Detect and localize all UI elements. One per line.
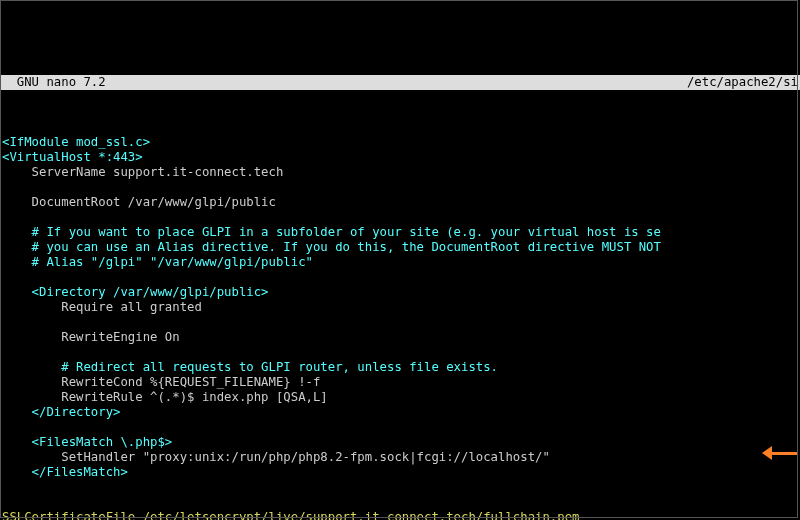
- config-line: SetHandler "proxy:unix:/run/php/php8.2-f…: [2, 450, 550, 464]
- config-line: <IfModule mod_ssl.c>: [2, 135, 150, 149]
- config-line: Require all granted: [2, 300, 202, 314]
- config-line: ServerName support.it-connect.tech: [2, 165, 283, 179]
- comment-line: # you can use an Alias directive. If you…: [2, 240, 661, 254]
- config-line: <VirtualHost *:443>: [2, 150, 143, 164]
- nano-titlebar: GNU nano 7.2 /etc/apache2/si: [0, 75, 800, 90]
- ssl-cert-file-line: SSLCertificateFile /etc/letsencrypt/live…: [2, 510, 579, 520]
- config-line: RewriteEngine On: [2, 330, 180, 344]
- annotation-arrow-icon: [760, 443, 800, 463]
- config-line: </FilesMatch>: [2, 465, 128, 479]
- config-line: DocumentRoot /var/www/glpi/public: [2, 195, 276, 209]
- config-line: <FilesMatch \.php$>: [2, 435, 172, 449]
- config-line: </Directory>: [2, 405, 120, 419]
- comment-line: # Redirect all requests to GLPI router, …: [2, 360, 498, 374]
- config-line: RewriteRule ^(.*)$ index.php [QSA,L]: [2, 390, 328, 404]
- config-line: RewriteCond %{REQUEST_FILENAME} !-f: [2, 375, 320, 389]
- comment-line: # If you want to place GLPI in a subfold…: [2, 225, 661, 239]
- file-path: /etc/apache2/si: [687, 75, 798, 90]
- config-line: <Directory /var/www/glpi/public>: [2, 285, 269, 299]
- editor-name: GNU nano 7.2: [2, 75, 106, 90]
- editor-buffer[interactable]: <IfModule mod_ssl.c> <VirtualHost *:443>…: [0, 120, 800, 520]
- comment-line: # Alias "/glpi" "/var/www/glpi/public": [2, 255, 313, 269]
